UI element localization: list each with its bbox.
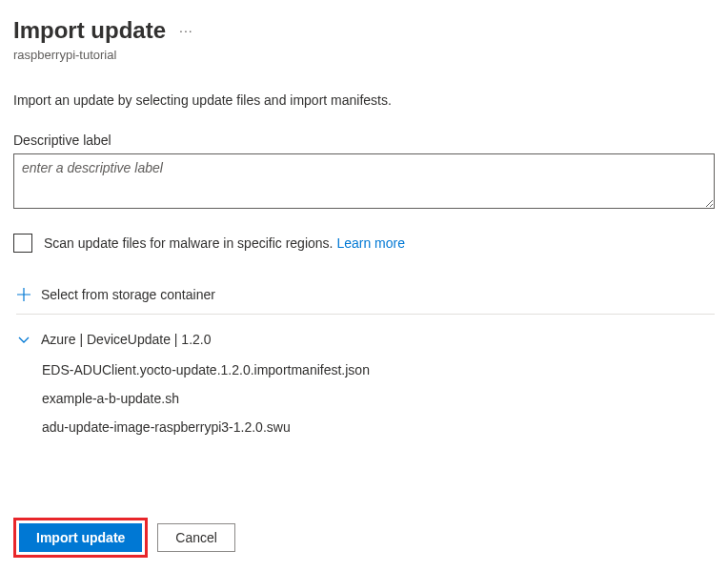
import-button[interactable]: Import update: [19, 523, 142, 552]
page-description: Import an update by selecting update fil…: [13, 92, 715, 108]
scan-label: Scan update files for malware in specifi…: [44, 235, 405, 251]
file-item: adu-update-image-raspberrypi3-1.2.0.swu: [42, 419, 715, 435]
plus-icon: [16, 287, 31, 302]
import-button-highlight: Import update: [13, 518, 148, 558]
learn-more-link[interactable]: Learn more: [336, 235, 405, 251]
cancel-button[interactable]: Cancel: [157, 523, 235, 552]
page-title: Import update: [13, 17, 166, 44]
descriptive-label-title: Descriptive label: [13, 133, 715, 148]
select-storage-row[interactable]: Select from storage container: [16, 287, 715, 315]
file-item: example-a-b-update.sh: [42, 391, 715, 406]
page-subtitle: raspberrypi-tutorial: [13, 48, 715, 62]
update-group-row[interactable]: Azure | DeviceUpdate | 1.2.0: [16, 332, 715, 347]
chevron-down-icon: [16, 332, 31, 347]
update-group-label: Azure | DeviceUpdate | 1.2.0: [41, 332, 211, 347]
file-item: EDS-ADUClient.yocto-update.1.2.0.importm…: [42, 362, 715, 377]
scan-checkbox[interactable]: [13, 234, 32, 253]
select-storage-label: Select from storage container: [41, 287, 215, 302]
more-icon[interactable]: ···: [179, 23, 193, 38]
descriptive-label-input[interactable]: [13, 153, 715, 209]
file-list: EDS-ADUClient.yocto-update.1.2.0.importm…: [42, 362, 715, 435]
